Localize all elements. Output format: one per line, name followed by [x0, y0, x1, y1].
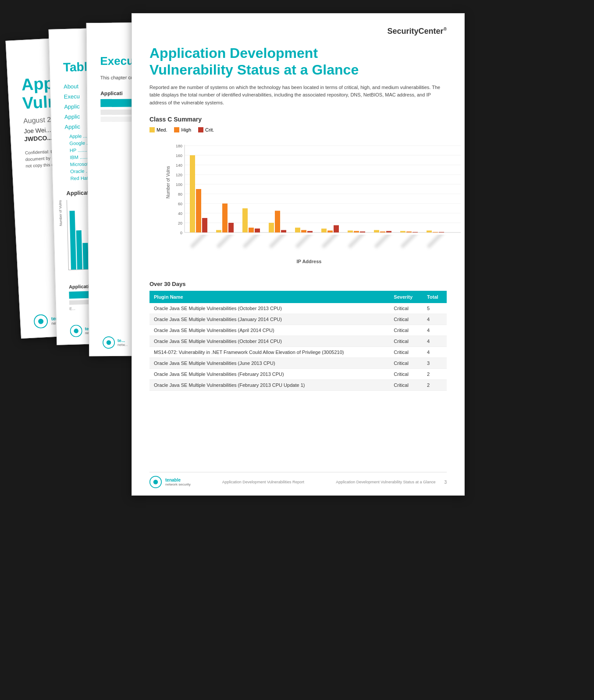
- vuln-table: Plugin Name Severity Total Oracle Java S…: [149, 291, 447, 391]
- svg-text:0: 0: [180, 231, 182, 235]
- page-footer: tenable network security Application Dev…: [149, 472, 447, 488]
- svg-rect-37: [269, 223, 274, 232]
- svg-text:20: 20: [178, 221, 182, 225]
- over-30-title: Over 30 Days: [149, 281, 447, 287]
- svg-rect-39: [281, 230, 286, 232]
- cell-plugin: Oracle Java SE Multiple Vulnerabilities …: [149, 314, 389, 325]
- exec-footer-logo: te... netw...: [103, 336, 128, 349]
- svg-rect-46: [348, 230, 353, 232]
- legend-crit-color: [198, 127, 203, 132]
- cell-total: 4: [423, 346, 447, 357]
- svg-rect-40: [295, 228, 300, 232]
- cell-total: 2: [423, 368, 447, 379]
- main-description: Reported are the number of systems on wh…: [149, 84, 447, 107]
- legend-med: Med.: [149, 127, 167, 132]
- x-axis-label: IP Address: [171, 259, 447, 264]
- legend-high-color: [174, 127, 179, 132]
- bar-chart-container: Number of Vulns 0 20 40: [149, 136, 447, 268]
- cell-severity: Critical: [389, 357, 423, 368]
- legend-crit: Crit.: [198, 127, 214, 132]
- svg-point-3: [74, 329, 78, 333]
- table-row: Oracle Java SE Multiple Vulnerabilities …: [149, 314, 447, 325]
- footer-logo: tenable network security: [149, 476, 191, 488]
- cell-severity: Critical: [389, 379, 423, 390]
- svg-rect-55: [427, 230, 432, 232]
- cell-severity: Critical: [389, 303, 423, 314]
- table-row: Oracle Java SE Multiple Vulnerabilities …: [149, 379, 447, 390]
- cell-severity: Critical: [389, 314, 423, 325]
- table-row: MS14-072: Vulnerability in .NET Framewor…: [149, 346, 447, 357]
- cell-plugin: Oracle Java SE Multiple Vulnerabilities …: [149, 325, 389, 336]
- cell-total: 5: [423, 303, 447, 314]
- tenable-icon: [33, 314, 48, 329]
- footer-right-text: Application Development Vulnerability St…: [336, 480, 435, 484]
- bar-chart-svg: 0 20 40 60 80 100 120 140 160 180: [171, 136, 461, 241]
- svg-rect-54: [413, 232, 418, 232]
- svg-rect-41: [301, 230, 306, 232]
- svg-rect-50: [380, 231, 385, 232]
- cell-severity: Critical: [389, 325, 423, 336]
- table-row: Oracle Java SE Multiple Vulnerabilities …: [149, 325, 447, 336]
- cell-total: 4: [423, 325, 447, 336]
- main-logo: SecurityCenter®: [149, 27, 447, 36]
- cell-severity: Critical: [389, 336, 423, 346]
- cell-severity: Critical: [389, 368, 423, 379]
- svg-rect-51: [386, 231, 391, 232]
- cell-total: 3: [423, 357, 447, 368]
- class-c-title: Class C Summary: [149, 116, 447, 123]
- svg-text:60: 60: [178, 202, 182, 206]
- cell-plugin: MS14-072: Vulnerability in .NET Framewor…: [149, 346, 389, 357]
- svg-text:80: 80: [178, 192, 182, 196]
- legend-high: High: [174, 127, 191, 132]
- svg-text:120: 120: [176, 173, 182, 177]
- svg-rect-57: [439, 232, 444, 232]
- svg-rect-32: [222, 204, 228, 232]
- exec-tenable-icon: [103, 336, 115, 349]
- footer-tenable-icon: [149, 476, 162, 488]
- svg-rect-30: [202, 218, 207, 232]
- main-page: SecurityCenter® Application Development …: [132, 13, 465, 496]
- cell-plugin: Oracle Java SE Multiple Vulnerabilities …: [149, 368, 389, 379]
- svg-text:40: 40: [178, 211, 182, 216]
- svg-rect-56: [433, 232, 438, 232]
- svg-rect-47: [354, 231, 359, 232]
- svg-rect-31: [216, 230, 221, 232]
- col-plugin-name: Plugin Name: [149, 291, 389, 303]
- legend-med-color: [149, 127, 155, 132]
- svg-point-1: [38, 318, 44, 324]
- chart-legend: Med. High Crit.: [149, 127, 447, 132]
- svg-rect-42: [307, 231, 313, 232]
- footer-page-number: 3: [444, 480, 447, 485]
- svg-text:140: 140: [176, 163, 182, 168]
- cell-severity: Critical: [389, 346, 423, 357]
- svg-rect-35: [249, 228, 254, 232]
- cell-total: 2: [423, 379, 447, 390]
- svg-rect-36: [255, 229, 260, 232]
- table-row: Oracle Java SE Multiple Vulnerabilities …: [149, 368, 447, 379]
- svg-rect-38: [275, 211, 280, 232]
- cell-plugin: Oracle Java SE Multiple Vulnerabilities …: [149, 336, 389, 346]
- svg-text:180: 180: [176, 144, 182, 148]
- svg-text:100: 100: [176, 182, 182, 187]
- y-axis-label: Number of Vulns: [166, 166, 171, 198]
- cell-plugin: Oracle Java SE Multiple Vulnerabilities …: [149, 303, 389, 314]
- table-row: Oracle Java SE Multiple Vulnerabilities …: [149, 336, 447, 346]
- cell-plugin: Oracle Java SE Multiple Vulnerabilities …: [149, 379, 389, 390]
- svg-point-5: [107, 340, 111, 345]
- svg-rect-45: [334, 225, 339, 232]
- svg-rect-49: [374, 230, 379, 232]
- svg-rect-28: [190, 155, 195, 232]
- svg-rect-53: [406, 231, 412, 232]
- cell-total: 4: [423, 314, 447, 325]
- footer-center-text: Application Development Vulnerabilities …: [222, 480, 304, 484]
- svg-rect-29: [196, 189, 201, 232]
- svg-point-59: [153, 480, 158, 485]
- svg-rect-44: [327, 230, 333, 232]
- table-row: Oracle Java SE Multiple Vulnerabilities …: [149, 357, 447, 368]
- table-row: Oracle Java SE Multiple Vulnerabilities …: [149, 303, 447, 314]
- toc-tenable-icon: [70, 325, 82, 337]
- col-severity: Severity: [389, 291, 423, 303]
- main-page-title: Application Development Vulnerability St…: [149, 45, 447, 79]
- cell-plugin: Oracle Java SE Multiple Vulnerabilities …: [149, 357, 389, 368]
- cell-total: 4: [423, 336, 447, 346]
